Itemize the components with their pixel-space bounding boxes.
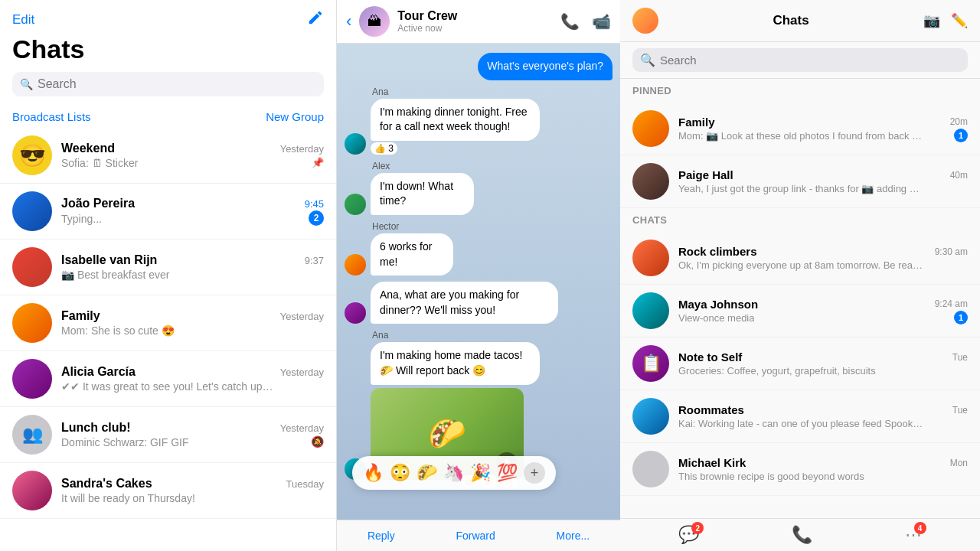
list-item[interactable]: Roommates Tue Kai: Working late - can on…: [620, 390, 980, 443]
avatar: [632, 163, 669, 200]
middle-panel: ‹ 🏔 Tour Crew Active now 📞 📹 What's ever…: [337, 0, 620, 551]
emoji-eyes[interactable]: 😳: [390, 463, 410, 483]
chat-name: Family: [678, 116, 715, 129]
edit-icon[interactable]: ✏️: [951, 12, 968, 29]
chat-info: Michael Kirk Mon This brownie recipe is …: [678, 456, 968, 482]
message-bubble: I'm down! What time?: [371, 173, 474, 215]
chat-preview: ✔✔ It was great to see you! Let's catch …: [61, 380, 276, 393]
calls-tab-icon[interactable]: 📞: [792, 525, 812, 545]
preview-row: It will be ready on Thursday!: [61, 491, 324, 504]
list-item[interactable]: Isabelle van Rijn 9:37 📷 Best breakfast …: [0, 240, 336, 295]
more-tab-icon[interactable]: ⋯ 4: [905, 525, 922, 545]
list-item[interactable]: Maya Johnson 9:24 am View-once media 1: [620, 285, 980, 337]
search-bar: 🔍: [12, 72, 324, 96]
back-button[interactable]: ‹: [346, 11, 351, 31]
chat-name: Sandra's Cakes: [61, 477, 152, 491]
message-item: Alex I'm down! What time?: [345, 161, 612, 215]
avatar: 👥: [12, 415, 52, 455]
list-item[interactable]: 👥 Lunch club! Yesterday Dominic Schwarz:…: [0, 407, 336, 463]
emoji-100[interactable]: 💯: [497, 463, 518, 483]
chat-info: Paige Hall 40m Yeah, I just got the grou…: [678, 168, 968, 194]
name-row: Sandra's Cakes Tuesday: [61, 477, 324, 491]
camera-icon[interactable]: 📷: [923, 12, 940, 29]
message-avatar: [345, 133, 366, 155]
broadcast-row: Broadcast Lists New Group: [0, 103, 336, 128]
list-item[interactable]: Family 20m Mom: 📷 Look at these old phot…: [620, 103, 980, 155]
chat-name: Rock climbers: [678, 245, 757, 258]
avatar: [632, 110, 669, 147]
chats-badge: 2: [691, 522, 704, 534]
chat-time: 9:45: [305, 198, 324, 210]
bubble-row: I'm making dinner tonight. Free for a ca…: [345, 99, 612, 155]
message-bubble: Ana, what are you making for dinner?? We…: [371, 282, 558, 324]
name-row: João Pereira 9:45: [61, 197, 324, 210]
message-avatar: [345, 194, 366, 215]
list-item[interactable]: Alicia García Yesterday ✔✔ It was great …: [0, 351, 336, 407]
header-icons: 📞 📹: [560, 12, 611, 31]
emoji-fire[interactable]: 🔥: [363, 463, 384, 483]
list-item[interactable]: Paige Hall 40m Yeah, I just got the grou…: [620, 155, 980, 208]
forward-button[interactable]: Forward: [456, 530, 495, 542]
right-panel: Chats 📷 ✏️ 🔍 Pinned Family 20m Mom: 📷 Lo…: [620, 0, 980, 551]
search-input[interactable]: [38, 77, 316, 91]
left-top-row: Edit: [12, 9, 324, 30]
chat-info: Note to Self Tue Groceries: Coffee, yogu…: [678, 350, 968, 377]
emoji-party[interactable]: 🎉: [470, 463, 491, 483]
chat-header: ‹ 🏔 Tour Crew Active now 📞 📹: [337, 0, 620, 44]
right-search-bar: 🔍: [632, 48, 968, 72]
list-item[interactable]: 😎 Weekend Yesterday Sofia: 🗓 Sticker 📌: [0, 128, 336, 184]
list-item[interactable]: 📋 Note to Self Tue Groceries: Coffee, yo…: [620, 337, 980, 390]
group-status: Active now: [397, 23, 553, 34]
preview-row: Ok, I'm picking everyone up at 8am tomor…: [678, 258, 968, 271]
chat-preview: Typing...: [61, 213, 102, 225]
bubble-row: Ana, what are you making for dinner?? We…: [345, 282, 612, 324]
emoji-taco[interactable]: 🌮: [416, 463, 437, 483]
emoji-more-button[interactable]: +: [524, 462, 545, 484]
chat-preview: Dominic Schwarz: GIF GIF: [61, 436, 188, 448]
chats-label: Chats: [632, 214, 968, 226]
compose-icon[interactable]: [307, 9, 324, 30]
chat-name: Weekend: [61, 142, 115, 155]
left-chat-list: 😎 Weekend Yesterday Sofia: 🗓 Sticker 📌 J…: [0, 128, 336, 551]
chat-time: 9:30 am: [935, 246, 968, 257]
phone-button[interactable]: 📞: [560, 12, 580, 31]
more-badge: 4: [914, 522, 926, 534]
avatar: [632, 398, 669, 435]
avatar: [12, 247, 52, 287]
chat-time: Tue: [952, 405, 968, 416]
sender-label: Ana: [372, 330, 388, 341]
right-search-input[interactable]: [660, 54, 960, 67]
broadcast-lists-link[interactable]: Broadcast Lists: [12, 110, 91, 123]
chat-preview: 📷 Best breakfast ever: [61, 269, 170, 281]
unread-badge: 2: [309, 210, 324, 226]
preview-row: Mom: She is so cute 😍: [61, 323, 324, 337]
message-bubble: I'm making home made tacos! 🌮 Will repor…: [371, 342, 540, 384]
list-item[interactable]: João Pereira 9:45 Typing... 2: [0, 184, 336, 240]
list-item[interactable]: Sandra's Cakes Tuesday It will be ready …: [0, 463, 336, 519]
chat-header-info: Tour Crew Active now: [397, 9, 553, 34]
chat-info: Alicia García Yesterday ✔✔ It was great …: [61, 365, 324, 393]
avatar: [632, 451, 669, 487]
video-button[interactable]: 📹: [592, 12, 611, 31]
chat-time: 20m: [950, 116, 968, 127]
chats-tab-icon[interactable]: 💬 2: [678, 525, 699, 545]
chat-time: Yesterday: [280, 367, 324, 378]
bubble-wrapper: I'm making dinner tonight. Free for a ca…: [371, 99, 612, 155]
chat-name: Roommates: [678, 403, 744, 416]
name-row: Lunch club! Yesterday: [61, 421, 324, 435]
chat-preview: This brownie recipe is good beyond words: [678, 471, 864, 482]
list-item[interactable]: Rock climbers 9:30 am Ok, I'm picking ev…: [620, 232, 980, 285]
chats-section-label: Chats: [620, 208, 980, 232]
chat-preview: Sofia: 🗓 Sticker: [61, 157, 138, 169]
chat-time: Tue: [952, 352, 968, 363]
more-button[interactable]: More...: [557, 530, 590, 542]
name-row: Roommates Tue: [678, 403, 968, 416]
emoji-unicorn[interactable]: 🦄: [443, 463, 464, 483]
list-item[interactable]: Michael Kirk Mon This brownie recipe is …: [620, 443, 980, 496]
new-group-link[interactable]: New Group: [266, 110, 324, 123]
edit-button[interactable]: Edit: [12, 12, 34, 28]
reply-button[interactable]: Reply: [368, 530, 395, 542]
search-icon: 🔍: [20, 78, 33, 90]
list-item[interactable]: Family Yesterday Mom: She is so cute 😍: [0, 295, 336, 351]
message-bubble: What's everyone's plan?: [478, 53, 612, 80]
